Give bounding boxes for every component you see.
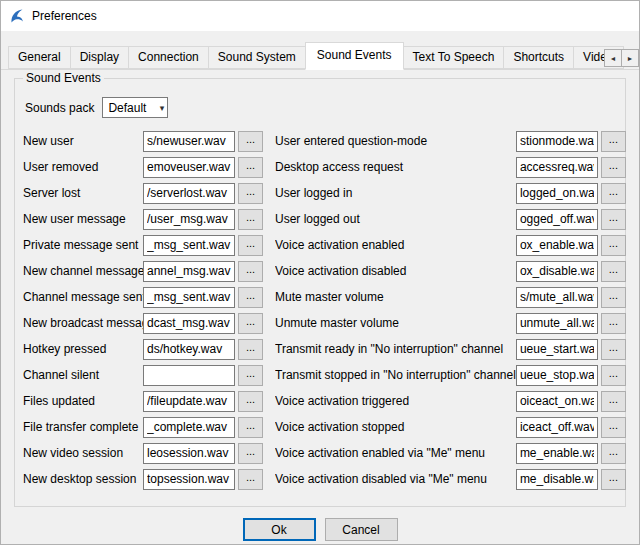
cancel-button[interactable]: Cancel [325,518,398,541]
browse-button[interactable]: ... [238,287,263,308]
browse-button[interactable]: ... [238,469,263,490]
browse-button[interactable]: ... [238,417,263,438]
tab-connection[interactable]: Connection [128,46,209,69]
arrow-left-icon: ◄ [610,55,617,62]
browse-button[interactable]: ... [238,391,263,412]
sound-file-input[interactable] [143,131,235,152]
browse-button[interactable]: ... [238,157,263,178]
sound-file-input[interactable] [516,417,598,438]
left-column: New user...User removed...Server lost...… [23,128,263,492]
browse-button[interactable]: ... [238,235,263,256]
sound-file-input[interactable] [516,287,598,308]
browse-button[interactable]: ... [601,131,626,152]
tab-sound-events[interactable]: Sound Events [305,42,404,70]
sound-event-row: New broadcast message... [23,310,263,336]
sound-file-input[interactable] [516,313,598,334]
right-column: User entered question-mode...Desktop acc… [275,128,626,492]
sound-file-input[interactable] [143,469,235,490]
sound-file-input[interactable] [143,365,235,386]
browse-button[interactable]: ... [601,339,626,360]
sound-file-input[interactable] [516,183,598,204]
tab-display[interactable]: Display [70,46,129,69]
sound-file-input[interactable] [143,417,235,438]
browse-button[interactable]: ... [238,261,263,282]
sound-file-input[interactable] [516,365,598,386]
sound-event-label: User logged out [275,212,516,226]
browse-button[interactable]: ... [601,469,626,490]
tab-general[interactable]: General [8,46,71,69]
sound-event-label: Channel silent [23,368,143,382]
sound-file-input[interactable] [143,235,235,256]
sound-event-row: New video session... [23,440,263,466]
tab-scroll-right-button[interactable]: ► [621,49,639,67]
sound-event-label: File transfer complete [23,420,143,434]
sound-file-input[interactable] [516,443,598,464]
sound-event-label: Unmute master volume [275,316,516,330]
browse-button[interactable]: ... [601,209,626,230]
sound-file-input[interactable] [143,391,235,412]
tab-scroll-left-button[interactable]: ◄ [604,49,622,67]
sound-event-label: Transmit stopped in "No interruption" ch… [275,368,516,382]
sound-file-input[interactable] [516,339,598,360]
sound-event-label: New channel message [23,264,143,278]
sound-file-input[interactable] [516,469,598,490]
sound-event-row: User logged in... [275,180,626,206]
ok-button[interactable]: Ok [243,518,316,541]
browse-button[interactable]: ... [601,313,626,334]
sound-event-label: New broadcast message [23,316,143,330]
browse-button[interactable]: ... [601,443,626,464]
sound-file-input[interactable] [516,131,598,152]
browse-button[interactable]: ... [601,261,626,282]
sound-event-row: Files updated... [23,388,263,414]
tab-sound-system[interactable]: Sound System [208,46,306,69]
browse-button[interactable]: ... [601,391,626,412]
sound-file-input[interactable] [143,287,235,308]
sound-file-input[interactable] [143,183,235,204]
browse-button[interactable]: ... [601,365,626,386]
browse-button[interactable]: ... [238,313,263,334]
window-title: Preferences [32,9,97,23]
arrow-right-icon: ► [627,55,634,62]
tab-shortcuts[interactable]: Shortcuts [503,46,574,69]
sound-event-row: Voice activation disabled... [275,258,626,284]
sound-event-row: Private message sent... [23,232,263,258]
browse-button[interactable]: ... [601,235,626,256]
sound-event-label: Desktop access request [275,160,516,174]
sound-event-label: Mute master volume [275,290,516,304]
sound-file-input[interactable] [143,313,235,334]
sound-file-input[interactable] [143,339,235,360]
sound-event-row: File transfer complete... [23,414,263,440]
sound-event-row: Voice activation enabled via "Me" menu..… [275,440,626,466]
sound-event-label: User removed [23,160,143,174]
sound-file-input[interactable] [516,209,598,230]
sound-event-label: User entered question-mode [275,134,516,148]
sound-file-input[interactable] [516,157,598,178]
sound-file-input[interactable] [143,209,235,230]
tab-text-to-speech[interactable]: Text To Speech [403,46,505,69]
sound-file-input[interactable] [516,391,598,412]
browse-button[interactable]: ... [601,183,626,204]
sound-file-input[interactable] [516,235,598,256]
browse-button[interactable]: ... [238,365,263,386]
sounds-pack-select[interactable]: Default ▾ [102,97,168,118]
browse-button[interactable]: ... [238,339,263,360]
sound-file-input[interactable] [143,443,235,464]
sound-event-label: New user [23,134,143,148]
sound-event-row: Voice activation disabled via "Me" menu.… [275,466,626,492]
browse-button[interactable]: ... [238,209,263,230]
sound-file-input[interactable] [516,261,598,282]
sound-file-input[interactable] [143,261,235,282]
tab-scroll: ◄ ► [605,49,639,67]
browse-button[interactable]: ... [601,417,626,438]
sound-events-columns: New user...User removed...Server lost...… [23,128,617,492]
browse-button[interactable]: ... [238,131,263,152]
sound-file-input[interactable] [143,157,235,178]
browse-button[interactable]: ... [238,443,263,464]
browse-button[interactable]: ... [601,287,626,308]
sound-event-label: Transmit ready in "No interruption" chan… [275,342,516,356]
browse-button[interactable]: ... [238,183,263,204]
sound-event-label: Voice activation triggered [275,394,516,408]
sound-event-label: Voice activation stopped [275,420,516,434]
sound-event-row: User removed... [23,154,263,180]
browse-button[interactable]: ... [601,157,626,178]
